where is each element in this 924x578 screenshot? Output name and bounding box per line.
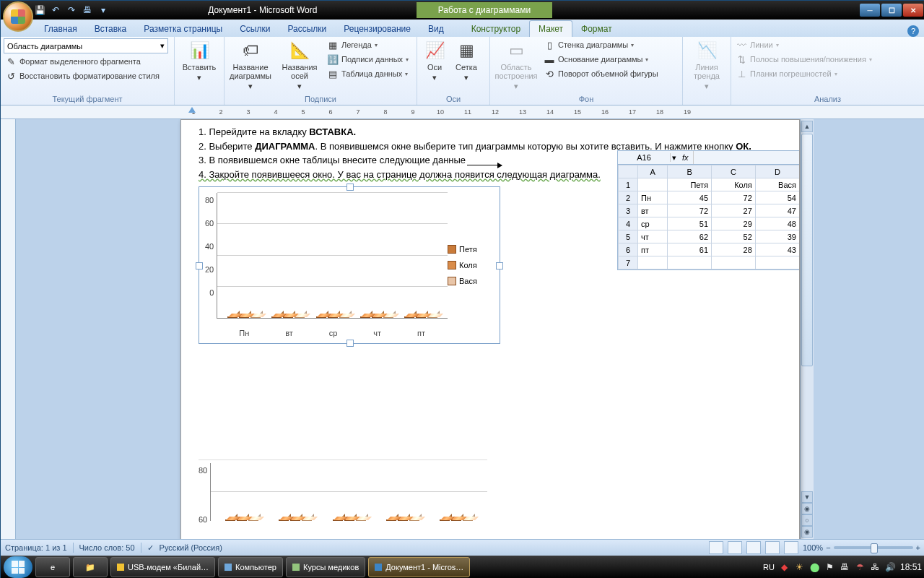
chart-wall-button[interactable]: ▯Стенка диаграммы▾ [542, 38, 660, 51]
reset-style-button[interactable]: ↺Восстановить форматирование стиля [4, 69, 171, 82]
tray-icon[interactable]: 🖶 [840, 562, 850, 573]
clock[interactable]: 18:51 [900, 562, 922, 572]
spellcheck-icon[interactable]: ✓ [147, 543, 154, 553]
chart-tools-label: Работа с диаграммами [417, 2, 553, 18]
view-draft[interactable] [784, 541, 798, 554]
formula-bar[interactable] [693, 151, 800, 164]
work-area: 12345678910111213141516171819 1. Перейди… [1, 105, 924, 539]
axis-title-icon: 📐 [289, 40, 310, 61]
page-indicator[interactable]: Страница: 1 из 1 [5, 543, 67, 552]
minimize-button[interactable]: ─ [860, 4, 880, 17]
print-icon[interactable]: 🖶 [82, 4, 93, 16]
view-web[interactable] [746, 541, 761, 554]
chart-title-button[interactable]: 🏷Название диаграммы▾ [227, 38, 274, 92]
taskbar-item-1[interactable]: USB-модем «Билай… [110, 557, 215, 577]
next-page-icon[interactable]: ◉ [801, 526, 813, 538]
taskbar-explorer[interactable]: 📁 [73, 557, 108, 577]
redo-icon[interactable]: ↷ [66, 4, 77, 16]
window-title: Документ1 - Microsoft Word [109, 5, 417, 15]
view-fullscreen[interactable] [728, 541, 742, 554]
office-button[interactable] [3, 1, 33, 32]
tray-icon[interactable]: ☀ [794, 562, 805, 573]
prev-page-icon[interactable]: ◉ [801, 503, 813, 514]
chart-title-icon: 🏷 [240, 40, 261, 61]
word-window: 💾 ↶ ↷ 🖶 ▾ Документ1 - Microsoft Word Раб… [0, 0, 924, 578]
tab-design[interactable]: Конструктор [463, 21, 529, 37]
rotate-3d-button[interactable]: ⟲Поворот объемной фигуры [542, 67, 660, 80]
wall-icon: ▯ [544, 39, 555, 51]
scroll-up-icon[interactable]: ▲ [801, 121, 813, 132]
axis-titles-button[interactable]: 📐Названия осей▾ [276, 38, 323, 92]
maximize-button[interactable]: ☐ [881, 4, 902, 17]
tray-icon[interactable]: ⬤ [809, 562, 820, 573]
save-icon[interactable]: 💾 [34, 4, 45, 16]
embedded-spreadsheet: A16 ▾ fx ABCD 1ПетяКоляВася 2Пн457254 3в… [617, 150, 800, 270]
spreadsheet-grid[interactable]: ABCD 1ПетяКоляВася 2Пн457254 3вт722747 4… [618, 165, 800, 269]
name-box[interactable]: A16 [618, 153, 671, 162]
tab-home[interactable]: Главная [35, 21, 86, 37]
tab-references[interactable]: Ссылки [231, 21, 279, 37]
undo-icon[interactable]: ↶ [50, 4, 61, 16]
updown-bars-button: ⇅Полосы повышения/понижения▾ [734, 53, 873, 66]
plotarea-icon: ▭ [505, 40, 527, 61]
grid-icon: ▦ [456, 40, 477, 61]
tab-pagelayout[interactable]: Разметка страницы [135, 21, 231, 37]
document-page[interactable]: 1. Перейдите на вкладку ВСТАВКА. 2. Выбе… [180, 119, 800, 539]
zoom-out-icon[interactable]: − [826, 543, 830, 552]
tab-layout[interactable]: Макет [529, 20, 572, 37]
tab-insert[interactable]: Вставка [86, 21, 136, 37]
arrow-annotation [467, 165, 502, 165]
tray-icon[interactable]: ⚑ [824, 562, 835, 573]
lang-indicator[interactable]: RU [763, 563, 775, 571]
scroll-thumb[interactable] [801, 134, 813, 366]
reset-icon: ↺ [5, 70, 17, 82]
format-selection-button[interactable]: ✎Формат выделенного фрагмента [4, 55, 171, 68]
qat-more-icon[interactable]: ▾ [97, 4, 109, 16]
legend-icon: ▦ [327, 39, 339, 51]
taskbar-item-3[interactable]: Курсы медиков [286, 557, 365, 577]
tab-format[interactable]: Формат [572, 21, 621, 37]
taskbar-item-2[interactable]: Компьютер [218, 557, 283, 577]
insert-button[interactable]: 📊Вставить▾ [178, 38, 221, 83]
group-labels: Подписи [227, 94, 414, 105]
close-button[interactable]: ✕ [903, 4, 923, 17]
tray-icon[interactable]: ☂ [855, 562, 866, 573]
axes-button[interactable]: 📈Оси▾ [420, 38, 449, 83]
data-table-button[interactable]: ▤Таблица данных▾ [326, 67, 410, 80]
zoom-slider[interactable] [834, 546, 913, 549]
start-button[interactable] [4, 556, 32, 578]
ribbon-tabs: Главная Вставка Разметка страницы Ссылки… [1, 20, 924, 37]
taskbar-item-4[interactable]: Документ1 - Micros… [368, 557, 470, 577]
vertical-scrollbar[interactable]: ▲ ▼ ◉ ○ ◉ [800, 119, 814, 539]
scroll-down-icon[interactable]: ▼ [801, 491, 813, 503]
embedded-chart[interactable]: 806040200 Пнвтсрчтпт Петя Коля [199, 186, 500, 344]
language-indicator[interactable]: Русский (Россия) [160, 543, 222, 552]
help-icon[interactable]: ? [907, 25, 919, 37]
tab-view[interactable]: Вид [419, 21, 453, 37]
tab-mailings[interactable]: Рассылки [279, 21, 335, 37]
zoom-in-icon[interactable]: + [916, 543, 920, 552]
plot-area-button: ▭Область построения▾ [493, 38, 539, 92]
network-icon[interactable]: 🖧 [870, 562, 881, 573]
zoom-level[interactable]: 100% [803, 543, 823, 552]
chart-floor-button[interactable]: ▬Основание диаграммы▾ [542, 53, 660, 66]
word-count[interactable]: Число слов: 50 [79, 543, 135, 552]
chart-element-combo[interactable]: Область диаграммы▾ [4, 38, 168, 53]
horizontal-ruler[interactable]: 12345678910111213141516171819 [1, 105, 924, 119]
insert-icon: 📊 [188, 40, 210, 61]
view-print-layout[interactable] [709, 541, 723, 554]
tab-review[interactable]: Рецензирование [335, 21, 419, 37]
volume-icon[interactable]: 🔊 [885, 562, 896, 573]
taskbar-ie[interactable]: e [35, 557, 70, 577]
lines-button: 〰Линии▾ [734, 38, 873, 51]
tray-icon[interactable]: ◆ [779, 562, 790, 573]
legend-button[interactable]: ▦Легенда▾ [326, 38, 410, 51]
browse-object-icon[interactable]: ○ [801, 514, 813, 526]
gridlines-button[interactable]: ▦Сетка▾ [452, 38, 481, 83]
chart-plot-area [217, 193, 448, 319]
vertical-ruler[interactable] [1, 119, 16, 539]
chart-y-axis: 806040200 [205, 196, 217, 297]
data-labels-button[interactable]: 🔢Подписи данных▾ [326, 53, 410, 66]
text-line-1: 1. Перейдите на вкладку ВСТАВКА. [199, 126, 782, 139]
view-outline[interactable] [765, 541, 780, 554]
